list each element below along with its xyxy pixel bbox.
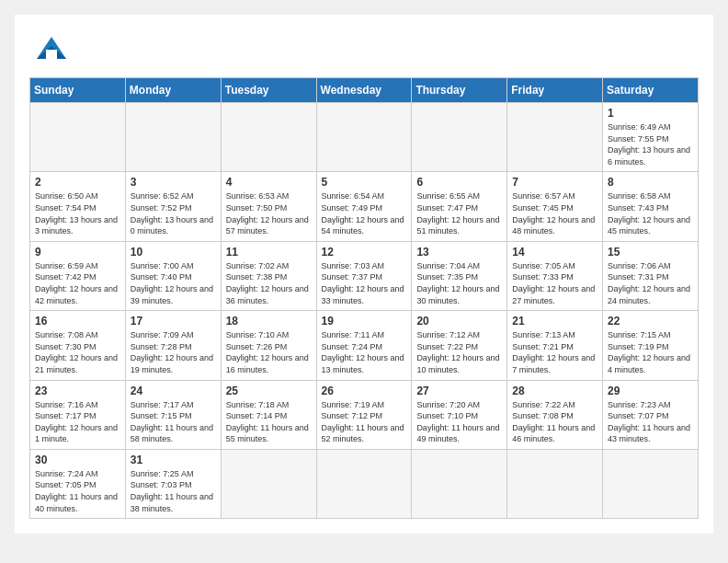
day-info: Sunrise: 7:17 AMSunset: 7:15 PMDaylight:… (131, 399, 216, 445)
day-info: Sunrise: 6:58 AMSunset: 7:43 PMDaylight:… (608, 190, 693, 236)
day-number: 25 (226, 385, 312, 397)
day-number: 3 (131, 176, 216, 189)
day-number: 31 (131, 454, 216, 466)
week-row-6: 30Sunrise: 7:24 AMSunset: 7:05 PMDayligh… (30, 449, 699, 518)
day-cell-23: 23Sunrise: 7:16 AMSunset: 7:17 PMDayligh… (30, 380, 126, 449)
weekday-header-wednesday: Wednesday (316, 78, 412, 103)
day-cell-1: 1Sunrise: 6:49 AMSunset: 7:55 PMDaylight… (603, 103, 699, 172)
day-info: Sunrise: 7:09 AMSunset: 7:28 PMDaylight:… (131, 329, 216, 375)
empty-cell (412, 103, 507, 172)
day-number: 14 (512, 246, 597, 259)
day-cell-11: 11Sunrise: 7:02 AMSunset: 7:38 PMDayligh… (221, 241, 316, 310)
day-info: Sunrise: 7:13 AMSunset: 7:21 PMDaylight:… (512, 329, 597, 375)
day-number: 15 (608, 246, 693, 259)
day-number: 7 (512, 176, 597, 189)
day-info: Sunrise: 7:18 AMSunset: 7:14 PMDaylight:… (226, 399, 312, 445)
day-number: 21 (512, 315, 597, 327)
generalblue-logo-icon (29, 29, 74, 66)
empty-cell (221, 449, 316, 518)
week-row-5: 23Sunrise: 7:16 AMSunset: 7:17 PMDayligh… (30, 380, 699, 449)
day-info: Sunrise: 7:23 AMSunset: 7:07 PMDaylight:… (608, 399, 693, 445)
day-number: 9 (35, 246, 120, 259)
day-cell-28: 28Sunrise: 7:22 AMSunset: 7:08 PMDayligh… (507, 380, 603, 449)
day-info: Sunrise: 7:08 AMSunset: 7:30 PMDaylight:… (35, 329, 120, 375)
day-info: Sunrise: 6:52 AMSunset: 7:52 PMDaylight:… (131, 190, 216, 236)
day-info: Sunrise: 6:59 AMSunset: 7:42 PMDaylight:… (35, 260, 120, 306)
empty-cell (507, 449, 603, 518)
day-cell-24: 24Sunrise: 7:17 AMSunset: 7:15 PMDayligh… (125, 380, 221, 449)
empty-cell (221, 103, 316, 172)
weekday-header-monday: Monday (125, 78, 221, 103)
empty-cell (507, 103, 603, 172)
day-info: Sunrise: 7:20 AMSunset: 7:10 PMDaylight:… (416, 399, 502, 445)
day-info: Sunrise: 7:02 AMSunset: 7:38 PMDaylight:… (226, 260, 312, 306)
weekday-header-sunday: Sunday (30, 78, 126, 103)
day-cell-4: 4Sunrise: 6:53 AMSunset: 7:50 PMDaylight… (221, 172, 316, 241)
day-info: Sunrise: 7:11 AMSunset: 7:24 PMDaylight:… (322, 329, 407, 375)
day-cell-18: 18Sunrise: 7:10 AMSunset: 7:26 PMDayligh… (221, 311, 316, 380)
day-info: Sunrise: 7:22 AMSunset: 7:08 PMDaylight:… (512, 399, 597, 445)
logo (29, 29, 79, 66)
day-number: 13 (416, 246, 502, 259)
day-cell-19: 19Sunrise: 7:11 AMSunset: 7:24 PMDayligh… (316, 311, 412, 380)
day-info: Sunrise: 7:03 AMSunset: 7:37 PMDaylight:… (322, 260, 407, 306)
day-cell-3: 3Sunrise: 6:52 AMSunset: 7:52 PMDaylight… (125, 172, 221, 241)
day-number: 30 (35, 454, 120, 466)
day-info: Sunrise: 7:00 AMSunset: 7:40 PMDaylight:… (131, 260, 216, 306)
day-info: Sunrise: 7:05 AMSunset: 7:33 PMDaylight:… (512, 260, 597, 306)
weekday-header-row: SundayMondayTuesdayWednesdayThursdayFrid… (30, 78, 699, 103)
day-number: 5 (322, 176, 407, 189)
day-number: 8 (608, 176, 693, 189)
day-cell-22: 22Sunrise: 7:15 AMSunset: 7:19 PMDayligh… (603, 311, 699, 380)
weekday-header-friday: Friday (507, 78, 603, 103)
empty-cell (30, 103, 126, 172)
day-number: 22 (608, 315, 693, 327)
day-number: 27 (416, 385, 502, 397)
day-cell-29: 29Sunrise: 7:23 AMSunset: 7:07 PMDayligh… (603, 380, 699, 449)
day-info: Sunrise: 7:25 AMSunset: 7:03 PMDaylight:… (131, 468, 216, 514)
day-cell-26: 26Sunrise: 7:19 AMSunset: 7:12 PMDayligh… (316, 380, 412, 449)
day-number: 11 (226, 246, 312, 259)
day-cell-8: 8Sunrise: 6:58 AMSunset: 7:43 PMDaylight… (603, 172, 699, 241)
day-cell-31: 31Sunrise: 7:25 AMSunset: 7:03 PMDayligh… (125, 449, 221, 518)
day-cell-27: 27Sunrise: 7:20 AMSunset: 7:10 PMDayligh… (412, 380, 507, 449)
day-info: Sunrise: 7:16 AMSunset: 7:17 PMDaylight:… (35, 399, 120, 445)
week-row-4: 16Sunrise: 7:08 AMSunset: 7:30 PMDayligh… (30, 311, 699, 380)
week-row-2: 2Sunrise: 6:50 AMSunset: 7:54 PMDaylight… (30, 172, 699, 241)
day-number: 10 (131, 246, 216, 259)
day-number: 23 (35, 385, 120, 397)
day-cell-6: 6Sunrise: 6:55 AMSunset: 7:47 PMDaylight… (412, 172, 507, 241)
day-info: Sunrise: 6:57 AMSunset: 7:45 PMDaylight:… (512, 190, 597, 236)
week-row-3: 9Sunrise: 6:59 AMSunset: 7:42 PMDaylight… (30, 241, 699, 310)
day-cell-14: 14Sunrise: 7:05 AMSunset: 7:33 PMDayligh… (507, 241, 603, 310)
week-row-1: 1Sunrise: 6:49 AMSunset: 7:55 PMDaylight… (30, 103, 699, 172)
day-cell-15: 15Sunrise: 7:06 AMSunset: 7:31 PMDayligh… (603, 241, 699, 310)
page: SundayMondayTuesdayWednesdayThursdayFrid… (15, 15, 713, 534)
day-info: Sunrise: 7:10 AMSunset: 7:26 PMDaylight:… (226, 329, 312, 375)
day-number: 1 (608, 107, 693, 120)
day-cell-9: 9Sunrise: 6:59 AMSunset: 7:42 PMDaylight… (30, 241, 126, 310)
day-cell-12: 12Sunrise: 7:03 AMSunset: 7:37 PMDayligh… (316, 241, 412, 310)
day-cell-10: 10Sunrise: 7:00 AMSunset: 7:40 PMDayligh… (125, 241, 221, 310)
empty-cell (316, 449, 412, 518)
day-number: 6 (416, 176, 502, 189)
day-number: 29 (608, 385, 693, 397)
day-number: 4 (226, 176, 312, 189)
day-cell-7: 7Sunrise: 6:57 AMSunset: 7:45 PMDaylight… (507, 172, 603, 241)
day-number: 26 (322, 385, 407, 397)
weekday-header-thursday: Thursday (412, 78, 507, 103)
day-info: Sunrise: 6:49 AMSunset: 7:55 PMDaylight:… (608, 121, 693, 167)
day-number: 2 (35, 176, 120, 189)
day-number: 12 (322, 246, 407, 259)
weekday-header-tuesday: Tuesday (221, 78, 316, 103)
day-info: Sunrise: 6:55 AMSunset: 7:47 PMDaylight:… (416, 190, 502, 236)
day-number: 17 (131, 315, 216, 327)
day-info: Sunrise: 7:24 AMSunset: 7:05 PMDaylight:… (35, 468, 120, 514)
day-cell-5: 5Sunrise: 6:54 AMSunset: 7:49 PMDaylight… (316, 172, 412, 241)
day-number: 19 (322, 315, 407, 327)
day-cell-16: 16Sunrise: 7:08 AMSunset: 7:30 PMDayligh… (30, 311, 126, 380)
day-info: Sunrise: 7:12 AMSunset: 7:22 PMDaylight:… (416, 329, 502, 375)
empty-cell (412, 449, 507, 518)
day-number: 28 (512, 385, 597, 397)
day-info: Sunrise: 7:19 AMSunset: 7:12 PMDaylight:… (322, 399, 407, 445)
